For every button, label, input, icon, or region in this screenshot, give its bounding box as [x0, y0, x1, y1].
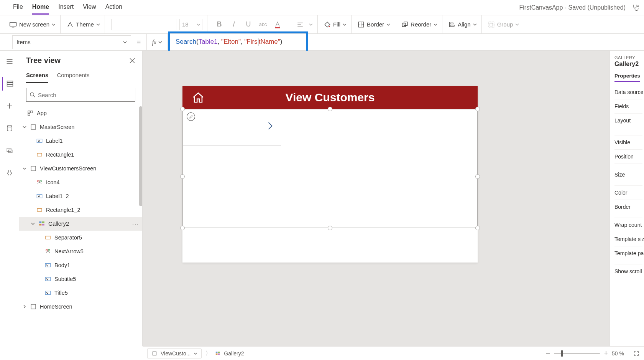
- prop-fields[interactable]: Fields: [614, 99, 642, 113]
- property-selector[interactable]: Items: [12, 35, 131, 49]
- resize-handle[interactable]: [328, 107, 332, 111]
- canvas-screen[interactable]: View Customers: [182, 86, 478, 263]
- resize-handle[interactable]: [475, 107, 480, 111]
- rail-media[interactable]: [2, 144, 17, 157]
- zoom-in-button[interactable]: +: [604, 349, 608, 357]
- tree-scrollbar[interactable]: [139, 106, 142, 346]
- prop-wrap-count[interactable]: Wrap count: [614, 218, 642, 232]
- prop-color[interactable]: Color: [614, 185, 642, 200]
- resize-handle[interactable]: [328, 226, 332, 230]
- tree-list: App MasterScreen Label1 Rectangle1 ViewC…: [19, 106, 142, 346]
- font-color-button[interactable]: [272, 19, 283, 30]
- breadcrumb-control[interactable]: Gallery2: [215, 350, 244, 357]
- app-checker-icon[interactable]: [632, 4, 639, 12]
- chevron-right-icon[interactable]: [22, 304, 27, 309]
- breadcrumb-screen[interactable]: ViewCusto...: [147, 348, 202, 358]
- chevron-down-icon[interactable]: [31, 221, 35, 226]
- gallery-item-template[interactable]: [183, 109, 281, 145]
- home-icon[interactable]: [192, 91, 205, 104]
- prop-size[interactable]: Size: [614, 163, 642, 185]
- prop-datasource[interactable]: Data source: [614, 85, 642, 99]
- resize-handle[interactable]: [180, 226, 185, 230]
- svg-rect-33: [28, 111, 30, 113]
- zoom-slider[interactable]: [554, 353, 600, 354]
- tree-item-icon4[interactable]: Icon4: [19, 175, 142, 189]
- close-icon[interactable]: [129, 58, 135, 64]
- bold-button[interactable]: B: [214, 19, 225, 30]
- edit-template-icon[interactable]: [187, 112, 195, 121]
- zoom-out-button[interactable]: −: [546, 349, 550, 358]
- italic-button[interactable]: I: [228, 19, 240, 30]
- more-icon[interactable]: ···: [132, 221, 139, 227]
- new-screen-button[interactable]: New screen: [9, 21, 56, 28]
- tree-item-separator5[interactable]: Separator5: [19, 231, 142, 244]
- search-input[interactable]: [38, 92, 132, 98]
- tree-item-subtitle5[interactable]: Subtitle5: [19, 272, 142, 286]
- rail-tree-view[interactable]: [2, 77, 17, 91]
- prop-tab-properties[interactable]: Properties: [614, 73, 640, 82]
- tree-item-app[interactable]: App: [19, 106, 142, 120]
- tab-components[interactable]: Components: [57, 69, 89, 83]
- font-size-value: 18: [182, 21, 189, 28]
- menu-insert[interactable]: Insert: [58, 0, 74, 15]
- svg-rect-55: [153, 352, 156, 355]
- underline-button[interactable]: U: [243, 19, 254, 30]
- font-size-select[interactable]: 18: [179, 19, 202, 30]
- prop-visible[interactable]: Visible: [614, 135, 642, 149]
- reorder-button[interactable]: Reorder: [401, 21, 437, 28]
- text-align-button[interactable]: [294, 19, 306, 30]
- chevron-down-icon[interactable]: [22, 125, 27, 129]
- rail-hamburger[interactable]: [2, 54, 17, 68]
- chevron-down-icon[interactable]: [22, 166, 27, 171]
- tree-item-body1[interactable]: Body1: [19, 258, 142, 272]
- resize-handle[interactable]: [475, 174, 480, 179]
- prop-template-size[interactable]: Template size: [614, 232, 642, 246]
- resize-handle[interactable]: [475, 226, 480, 230]
- tree-search[interactable]: [26, 88, 135, 102]
- tree-item-masterscreen[interactable]: MasterScreen: [19, 120, 142, 134]
- align-button[interactable]: Align: [449, 21, 476, 28]
- tab-screens[interactable]: Screens: [26, 69, 48, 83]
- tree-item-gallery2[interactable]: Gallery2 ···: [19, 217, 142, 231]
- rail-tools[interactable]: [2, 166, 17, 180]
- next-arrow-icon[interactable]: [267, 122, 273, 130]
- formula-input[interactable]: Search(Table1, "Elton", "FirstName"): [168, 34, 644, 50]
- theme-button[interactable]: Theme: [67, 21, 100, 28]
- font-family-select[interactable]: [111, 19, 176, 30]
- label-icon: [44, 276, 51, 282]
- gallery-control[interactable]: [182, 109, 478, 228]
- resize-handle[interactable]: [180, 107, 185, 111]
- svg-point-41: [40, 180, 42, 182]
- rail-data[interactable]: [2, 121, 17, 135]
- tree-item-label1[interactable]: Label1: [19, 134, 142, 148]
- menu-view[interactable]: View: [83, 0, 96, 15]
- fx-button[interactable]: fx: [146, 34, 168, 50]
- tree-item-rect1-2[interactable]: Rectangle1_2: [19, 203, 142, 217]
- prop-template-padding[interactable]: Template pa: [614, 246, 642, 260]
- svg-rect-17: [490, 23, 493, 26]
- prop-layout[interactable]: Layout: [614, 113, 642, 127]
- tree-item-homescreen[interactable]: HomeScreen: [19, 300, 142, 314]
- prop-position[interactable]: Position: [614, 149, 642, 163]
- fill-button[interactable]: Fill: [324, 21, 347, 28]
- menu-file[interactable]: File: [13, 0, 23, 15]
- tree-item-rect1[interactable]: Rectangle1: [19, 148, 142, 162]
- border-button[interactable]: Border: [358, 21, 390, 28]
- fit-to-screen-icon[interactable]: [633, 350, 639, 357]
- menu-home[interactable]: Home: [32, 0, 49, 15]
- tree-label: Body1: [54, 262, 70, 268]
- tree-item-label1-2[interactable]: Label1_2: [19, 189, 142, 203]
- tree-item-title5[interactable]: Title5: [19, 286, 142, 300]
- group-button[interactable]: Group: [488, 21, 519, 28]
- prop-border[interactable]: Border: [614, 200, 642, 214]
- strikethrough-button[interactable]: abc: [257, 19, 269, 30]
- zoom-slider-thumb[interactable]: [561, 350, 563, 357]
- svg-rect-43: [37, 208, 42, 211]
- resize-handle[interactable]: [180, 174, 185, 179]
- menu-action[interactable]: Action: [105, 0, 122, 15]
- rail-insert[interactable]: [2, 99, 17, 113]
- prop-show-scrollbar[interactable]: Show scroll: [614, 264, 642, 278]
- tree-item-nextarrow5[interactable]: NextArrow5: [19, 244, 142, 258]
- canvas-area[interactable]: View Customers: [143, 51, 610, 346]
- tree-item-viewcustomers[interactable]: ViewCustomersScreen: [19, 162, 142, 175]
